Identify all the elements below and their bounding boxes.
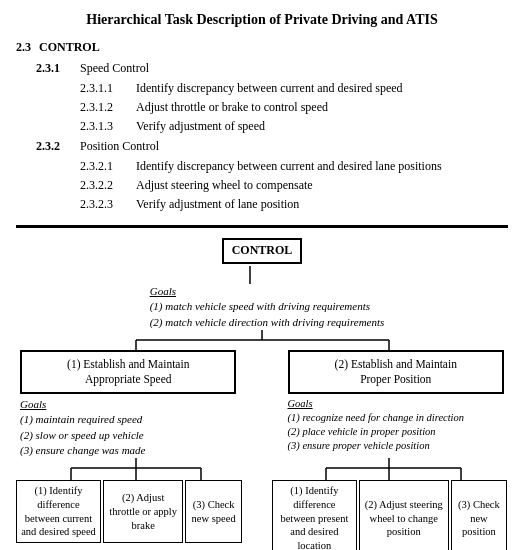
level1-connector-svg <box>16 330 508 350</box>
level2-left-2-box: (2) Adjust throttle or apply brake <box>103 480 183 543</box>
level1-right-goals: Goals (1) recognize need for change in d… <box>288 397 504 454</box>
level2-right-group: (1) Identify difference between present … <box>272 480 508 550</box>
level1-left-text: (1) Establish and MaintainAppropriate Sp… <box>67 357 189 387</box>
level1-right-node: (2) Establish and MaintainProper Positio… <box>288 350 504 459</box>
section-2-3-2-num: 2.3.2 <box>36 137 76 156</box>
level2-row: (1) Identify difference between current … <box>16 480 508 550</box>
item-2-3-2-2-text: Adjust steering wheel to compensate <box>136 176 313 195</box>
level2-right-1-box: (1) Identify difference between present … <box>272 480 357 550</box>
level2-left-2-text: (2) Adjust throttle or apply brake <box>108 491 178 532</box>
section-2-3-1-num: 2.3.1 <box>36 59 76 78</box>
item-2-3-2-1-num: 2.3.2.1 <box>80 157 132 176</box>
level2-left-1-text: (1) Identify difference between current … <box>21 484 96 539</box>
level2-left-connector-svg <box>16 458 508 480</box>
outline-section: 2.3 CONTROL 2.3.1 Speed Control 2.3.1.1 … <box>16 38 508 213</box>
level1-left-box: (1) Establish and MaintainAppropriate Sp… <box>20 350 236 394</box>
item-2-3-2-1-text: Identify discrepancy between current and… <box>136 157 442 176</box>
top-connector-svg <box>150 266 350 284</box>
level1-right-text: (2) Establish and MaintainProper Positio… <box>335 357 457 387</box>
section-2-3-2-label: Position Control <box>80 137 159 156</box>
item-2-3-1-2-num: 2.3.1.2 <box>80 98 132 117</box>
item-2-3-1-2-text: Adjust throttle or brake to control spee… <box>136 98 328 117</box>
item-2-3-1-1-num: 2.3.1.1 <box>80 79 132 98</box>
item-2-3-1-3-num: 2.3.1.3 <box>80 117 132 136</box>
page-title: Hierarchical Task Description of Private… <box>16 12 508 28</box>
diagram: CONTROL Goals (1) match vehicle speed wi… <box>16 238 508 550</box>
level1-left-goals: Goals (1) maintain required speed (2) sl… <box>20 397 236 459</box>
level2-right-2-text: (2) Adjust steering wheel to change posi… <box>364 498 444 539</box>
top-box-wrap: CONTROL <box>16 238 508 264</box>
level1-row: (1) Establish and MaintainAppropriate Sp… <box>16 350 508 459</box>
section-2-3-num: 2.3 <box>16 38 31 57</box>
item-2-3-2-3-text: Verify adjustment of lane position <box>136 195 299 214</box>
level2-right-3-box: (3) Check new position <box>451 480 508 550</box>
item-2-3-1-3-text: Verify adjustment of speed <box>136 117 265 136</box>
section-2-3-1-label: Speed Control <box>80 59 149 78</box>
divider <box>16 225 508 228</box>
item-2-3-1-1-text: Identify discrepancy between current and… <box>136 79 403 98</box>
section-2-3-label: CONTROL <box>39 38 100 57</box>
item-2-3-2-3-num: 2.3.2.3 <box>80 195 132 214</box>
level1-right-box: (2) Establish and MaintainProper Positio… <box>288 350 504 394</box>
top-goals-block: Goals (1) match vehicle speed with drivi… <box>150 284 385 330</box>
level2-left-group: (1) Identify difference between current … <box>16 480 252 543</box>
level2-left-3-text: (3) Check new speed <box>190 498 237 525</box>
item-2-3-2-2-num: 2.3.2.2 <box>80 176 132 195</box>
level1-left-node: (1) Establish and MaintainAppropriate Sp… <box>20 350 236 459</box>
level2-right-3-text: (3) Check new position <box>456 498 503 539</box>
level2-right-1-text: (1) Identify difference between present … <box>277 484 352 550</box>
level2-left-3-box: (3) Check new speed <box>185 480 242 543</box>
control-box: CONTROL <box>222 238 303 264</box>
level2-left-1-box: (1) Identify difference between current … <box>16 480 101 543</box>
level2-right-2-box: (2) Adjust steering wheel to change posi… <box>359 480 449 550</box>
